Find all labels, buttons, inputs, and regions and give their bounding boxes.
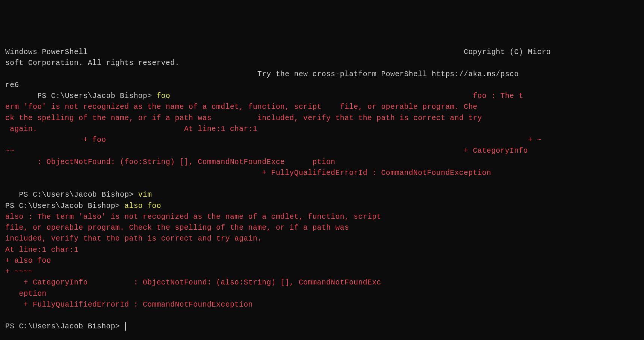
error-text: eption (5, 290, 47, 298)
error-text: foo : The t (170, 92, 523, 100)
prompt: PS C:\Users\Jacob Bishop> (5, 191, 138, 199)
error-text: ck the spelling of the name, or if a pat… (5, 114, 482, 122)
error-text: : ObjectNotFound: (foo:String) [], Comma… (5, 158, 336, 166)
error-text: + also foo (5, 257, 51, 265)
header-line: Try the new cross-platform PowerShell ht… (5, 70, 519, 78)
error-text: again. At line:1 char:1 (5, 125, 257, 133)
header-line: Windows PowerShell (5, 48, 88, 56)
error-text: + CategoryInfo : ObjectNotFound: (also:S… (5, 278, 381, 287)
command-text: foo (157, 92, 171, 100)
header-line: soft Corporation. All rights reserved. (5, 59, 180, 67)
terminal-output[interactable]: Windows PowerShell Copyright (C) Micro s… (5, 47, 639, 332)
current-prompt: PS C:\Users\Jacob Bishop> (5, 322, 124, 331)
error-text: file, or operable program. Check the spe… (5, 224, 349, 232)
error-text: + foo + ~ (5, 136, 542, 144)
command-text: vim (138, 191, 152, 199)
error-text: included, verify that the path is correc… (5, 235, 262, 243)
header-line: re6 (5, 81, 19, 89)
error-text: At line:1 char:1 (5, 246, 79, 254)
prompt: PS C:\Users\Jacob Bishop> (5, 202, 124, 210)
error-text: + FullyQualifiedErrorId : CommandNotFoun… (5, 169, 491, 177)
error-text: ~~ + CategoryInfo (5, 147, 537, 155)
command-text: also foo (124, 202, 161, 210)
error-text: + ~~~~ (5, 268, 33, 276)
error-text: + FullyQualifiedErrorId : CommandNotFoun… (5, 301, 253, 309)
header-line: Copyright (C) Micro (88, 48, 551, 56)
error-text: erm 'foo' is not recognized as the name … (5, 103, 478, 111)
cursor[interactable] (125, 322, 126, 331)
error-text: also : The term 'also' is not recognized… (5, 213, 381, 221)
prompt: PS C:\Users\Jacob Bishop> (5, 92, 157, 100)
